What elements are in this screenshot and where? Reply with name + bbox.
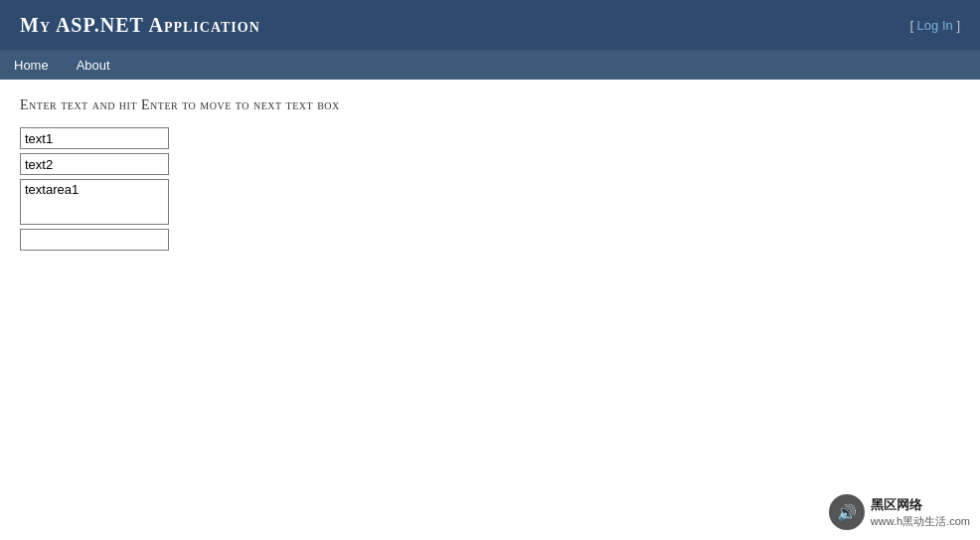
nav-item-about[interactable]: About — [63, 50, 124, 80]
form-area: textarea1 — [20, 127, 960, 251]
text-input-2[interactable] — [20, 153, 169, 175]
watermark: 🔊 黑区网络 www.h黑动生活.com — [829, 494, 970, 530]
page-instruction: Enter text and hit Enter to move to next… — [20, 97, 960, 113]
textarea-wrapper: textarea1 — [20, 179, 960, 225]
app-title: My ASP.NET Application — [20, 14, 260, 37]
navbar: Home About — [0, 50, 980, 80]
watermark-text: 黑区网络 www.h黑动生活.com — [871, 496, 970, 529]
login-link[interactable]: Log In — [917, 18, 953, 33]
text-input-4[interactable] — [20, 229, 169, 251]
app-header: My ASP.NET Application [ Log In ] — [0, 0, 980, 50]
watermark-icon: 🔊 — [829, 494, 865, 530]
textarea-1[interactable]: textarea1 — [20, 179, 169, 225]
watermark-line2: www.h黑动生活.com — [871, 514, 970, 529]
text-input-1[interactable] — [20, 127, 169, 149]
main-content: Enter text and hit Enter to move to next… — [0, 80, 980, 540]
login-bracket-close: ] — [953, 18, 960, 33]
nav-item-home[interactable]: Home — [0, 50, 63, 80]
login-bracket-open: [ — [909, 18, 916, 33]
login-wrapper: [ Log In ] — [909, 18, 960, 33]
watermark-line1: 黑区网络 — [871, 496, 970, 514]
